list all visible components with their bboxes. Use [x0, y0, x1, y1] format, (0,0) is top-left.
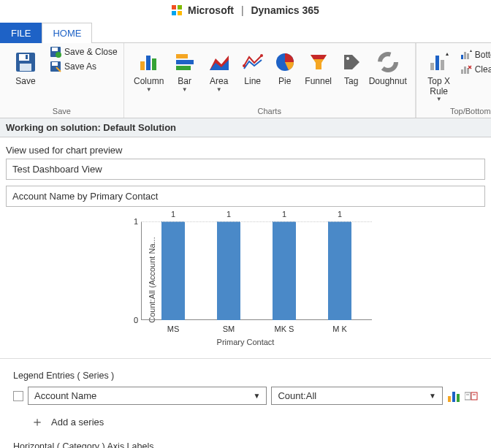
top-x-rule-button[interactable]: Top X Rule ▼	[422, 46, 456, 106]
brand-product: Dynamics 365	[251, 4, 319, 16]
series-aggregate-select[interactable]: Count:All ▼	[271, 387, 443, 405]
svg-rect-6	[20, 64, 31, 71]
svg-rect-17	[176, 60, 194, 64]
add-series-label: Add a series	[51, 417, 104, 428]
svg-point-20	[260, 54, 263, 57]
plus-icon: ＋	[31, 415, 44, 428]
chart-bar-value: 1	[227, 210, 231, 219]
series-checkbox[interactable]	[13, 391, 23, 401]
chart-bar-value: 1	[282, 210, 286, 219]
svg-rect-28	[464, 52, 466, 59]
chart-pie-button[interactable]: Pie	[269, 46, 301, 90]
ribbon-group-rules-label: Top/Bottom Rules	[422, 105, 491, 116]
chart-column-button[interactable]: Column ▼	[130, 46, 168, 96]
working-on-solution-header: Working on solution: Default Solution	[0, 118, 491, 137]
svg-rect-24	[430, 63, 434, 70]
chart-tag-button[interactable]: Tag	[336, 46, 367, 90]
chevron-down-icon: ▼	[436, 96, 442, 102]
chart-bar-button[interactable]: Bar ▼	[168, 46, 202, 96]
microsoft-logo-icon	[172, 5, 182, 18]
add-series-button[interactable]: ＋ Add a series	[31, 415, 478, 428]
bar-chart-label: Bar	[178, 77, 191, 87]
chart-x-axis-label: Primary Contact	[110, 338, 381, 346]
svg-point-10	[56, 52, 61, 58]
view-preview-label: View used for chart preview	[0, 137, 491, 159]
tab-file[interactable]: FILE	[0, 23, 42, 43]
svg-rect-27	[461, 55, 463, 59]
series-field-select[interactable]: Account Name ▼	[28, 387, 267, 405]
chart-title-input[interactable]: Account Name by Primary Contact	[6, 186, 485, 207]
chevron-down-icon: ▼	[182, 87, 188, 93]
chart-xtick-label: SM	[217, 324, 240, 333]
svg-rect-31	[464, 67, 466, 74]
doughnut-chart-label: Doughnut	[369, 77, 407, 87]
svg-rect-16	[176, 54, 188, 58]
chart-y-ticks: 1 0	[125, 221, 141, 320]
bottom-x-rule-icon	[460, 49, 472, 61]
view-select-input[interactable]: Test Dashboard View	[6, 159, 485, 180]
save-button[interactable]: Save	[6, 46, 45, 90]
area-chart-label: Area	[210, 77, 228, 87]
bottom-x-rule-button[interactable]: Bottom X Rule ▼	[460, 49, 491, 61]
save-icon	[15, 49, 37, 75]
tab-strip: FILE HOME	[0, 22, 491, 43]
svg-rect-29	[467, 53, 469, 59]
svg-rect-38	[465, 392, 471, 400]
series-aggregate-value: Count:All	[278, 390, 316, 401]
area-chart-icon	[208, 49, 230, 75]
ribbon-group-charts-label: Charts	[130, 105, 409, 116]
chart-ytick-max: 1	[134, 217, 138, 226]
svg-rect-18	[176, 66, 191, 70]
svg-point-23	[380, 54, 396, 70]
svg-rect-26	[441, 60, 444, 70]
pie-chart-icon	[274, 49, 296, 75]
series-options-button[interactable]	[465, 390, 478, 403]
series-field-value: Account Name	[34, 390, 96, 401]
svg-rect-12	[52, 62, 58, 66]
doughnut-chart-icon	[377, 49, 399, 75]
save-close-label: Save & Close	[64, 47, 118, 57]
svg-rect-13	[140, 61, 145, 70]
save-as-label: Save As	[64, 61, 96, 72]
save-as-button[interactable]: Save As	[50, 61, 118, 72]
clear-rules-label: Clear Rules	[475, 64, 491, 75]
brand-company: Microsoft	[188, 4, 234, 16]
pie-chart-label: Pie	[278, 77, 291, 87]
svg-rect-2	[172, 11, 176, 15]
column-chart-icon	[138, 49, 160, 75]
chart-area-button[interactable]: Area ▼	[202, 46, 237, 96]
tab-home[interactable]: HOME	[42, 23, 92, 43]
top-x-rule-icon	[428, 49, 450, 75]
chevron-down-icon: ▼	[146, 87, 152, 93]
svg-rect-7	[26, 55, 28, 59]
chevron-down-icon: ▼	[429, 392, 436, 400]
chart-xtick-label: MS	[161, 324, 185, 333]
save-as-icon	[50, 61, 61, 72]
save-close-button[interactable]: Save & Close	[50, 46, 118, 58]
bottom-x-rule-label: Bottom X Rule	[475, 50, 491, 60]
svg-rect-15	[152, 58, 156, 70]
chart-doughnut-button[interactable]: Doughnut	[367, 46, 409, 90]
tag-chart-label: Tag	[344, 77, 358, 87]
chart-line-button[interactable]: Line	[237, 46, 269, 90]
ribbon-group-save-label: Save	[6, 105, 118, 116]
svg-rect-25	[435, 56, 439, 70]
chart-bar-value: 1	[338, 210, 342, 219]
horizontal-axis-label: Horizontal ( Category ) Axis Labels	[13, 441, 478, 448]
svg-rect-14	[146, 56, 151, 70]
series-chart-type-button[interactable]	[447, 390, 460, 403]
brand-bar: Microsoft | Dynamics 365	[0, 0, 491, 22]
bar-chart-icon	[174, 49, 196, 75]
svg-rect-35	[448, 396, 451, 402]
clear-rules-button[interactable]: Clear Rules	[460, 64, 491, 75]
chevron-down-icon: ▼	[216, 87, 222, 93]
brand-divider: |	[241, 4, 244, 16]
chart-config-panel: Legend Entries ( Series ) Account Name ▼…	[0, 358, 491, 448]
chevron-down-icon: ▼	[254, 392, 261, 400]
svg-rect-37	[457, 394, 460, 402]
chart-funnel-button[interactable]: Funnel	[301, 46, 336, 90]
svg-rect-36	[452, 392, 455, 402]
line-chart-icon	[242, 49, 264, 75]
chart-x-ticks: MSSMMK SM K	[141, 324, 372, 333]
tag-chart-icon	[340, 49, 362, 75]
